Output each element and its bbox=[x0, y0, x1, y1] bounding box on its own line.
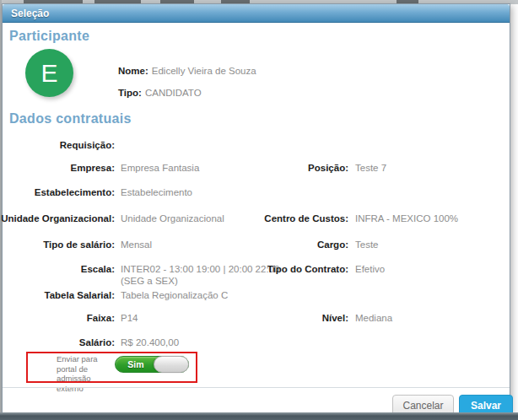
type-value: CANDIDATO bbox=[145, 88, 202, 98]
field-label: Tabela Salarial: bbox=[3, 290, 115, 300]
type-label: Tipo: bbox=[118, 88, 142, 98]
field-label: Cargo: bbox=[229, 240, 348, 250]
name-label: Nome: bbox=[118, 66, 148, 76]
toggle-knob[interactable] bbox=[154, 356, 189, 373]
field-label: Faixa: bbox=[3, 313, 115, 323]
field-row-faixa-nivel: Faixa: P14 Nível: Mediana bbox=[3, 313, 510, 335]
participant-name-row: Nome:Edicelly Vieira de Souza bbox=[118, 66, 256, 76]
footer-divider bbox=[3, 387, 510, 388]
field-label: Centro de Custos: bbox=[229, 213, 348, 223]
field-row-estabelecimento: Estabelecimento: Estabelecimento bbox=[3, 187, 510, 209]
background-page-edge-bottom bbox=[0, 412, 518, 420]
contract-section-title: Dados contratuais bbox=[9, 111, 132, 127]
field-label: Salário: bbox=[3, 337, 115, 347]
field-label: Unidade Organizacional: bbox=[3, 213, 115, 223]
field-label: Empresa: bbox=[3, 163, 115, 173]
field-value: Efetivo bbox=[355, 264, 505, 274]
field-row-empresa-posicao: Empresa: Empresa Fantasia Posição: Teste… bbox=[3, 163, 510, 185]
field-value: INFRA - MEXICO 100% bbox=[355, 213, 505, 223]
field-value: Estabelecimento bbox=[121, 187, 286, 199]
toggle-state-label: Sim bbox=[116, 359, 156, 369]
avatar-initial: E bbox=[40, 59, 57, 88]
participant-section-title: Participante bbox=[9, 29, 89, 44]
field-value: Mediana bbox=[355, 313, 505, 323]
name-value: Edicelly Vieira de Souza bbox=[152, 66, 256, 76]
dialog-title: Seleção bbox=[11, 8, 49, 19]
participant-avatar: E bbox=[25, 49, 73, 97]
field-value: Teste 7 bbox=[355, 163, 505, 173]
field-row-tiposalario-cargo: Tipo de salário: Mensal Cargo: Teste bbox=[3, 240, 510, 261]
field-label: Escala: bbox=[3, 264, 115, 274]
participant-type-row: Tipo:CANDIDATO bbox=[118, 88, 202, 98]
dialog-titlebar[interactable]: Seleção bbox=[3, 4, 510, 23]
field-label: Requisição: bbox=[3, 140, 115, 150]
field-value: Teste bbox=[355, 240, 505, 250]
field-label: Tipo do Contrato: bbox=[229, 264, 348, 274]
field-value: R$ 20.400,00 bbox=[121, 337, 286, 349]
toggle-track[interactable]: Sim bbox=[115, 356, 189, 373]
field-row-tabela-salarial: Tabela Salarial: Tabela Regionalização C bbox=[3, 290, 510, 312]
field-row-requisicao: Requisição: bbox=[3, 140, 510, 162]
selecao-dialog: Seleção Participante E Nome:Edicelly Vie… bbox=[2, 3, 510, 413]
field-row-unidade-centro: Unidade Organizacional: Unidade Organiza… bbox=[3, 213, 510, 235]
field-label: Estabelecimento: bbox=[3, 187, 115, 197]
dialog-body: Participante E Nome:Edicelly Vieira de S… bbox=[3, 24, 510, 412]
field-label: Nível: bbox=[229, 313, 348, 323]
field-label: Tipo de salário: bbox=[3, 240, 115, 250]
external-portal-toggle[interactable]: Sim bbox=[115, 356, 189, 373]
field-label: Posição: bbox=[229, 163, 348, 173]
field-value: Tabela Regionalização C bbox=[121, 290, 286, 302]
